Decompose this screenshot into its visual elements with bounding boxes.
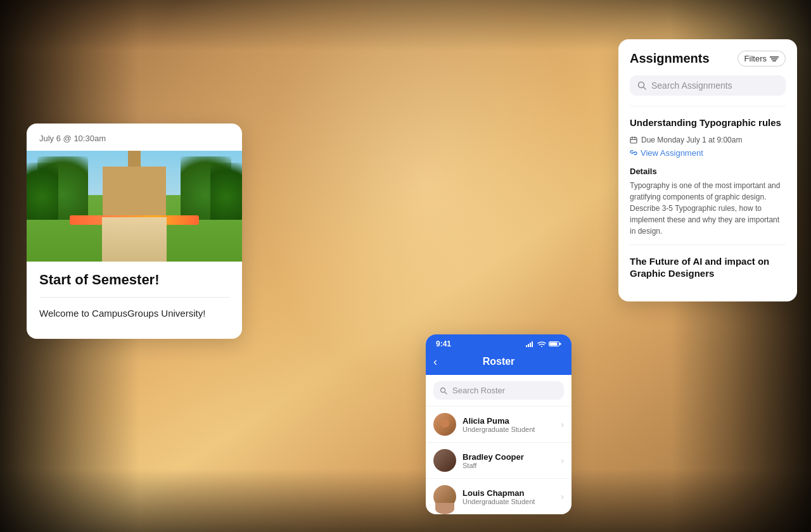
assignment-item-2: The Future of AI and impact on Graphic D… xyxy=(630,244,786,289)
roster-search-box[interactable]: Search Roster xyxy=(433,381,564,400)
signal-icon xyxy=(526,341,535,347)
roster-person-name-bradley: Bradley Cooper xyxy=(463,452,524,462)
assignments-panel: Assignments Filters Search Assignments U… xyxy=(618,39,797,301)
svg-rect-13 xyxy=(532,341,533,347)
status-time: 9:41 xyxy=(436,339,451,348)
roster-person-info-alicia: Alicia Puma Undergraduate Student xyxy=(463,416,535,433)
link-icon xyxy=(630,149,637,156)
tower xyxy=(128,151,141,167)
wifi-icon xyxy=(537,341,546,347)
status-icons xyxy=(526,341,561,347)
details-label: Details xyxy=(630,167,786,176)
assignment-due-1: Due Monday July 1 at 9:00am xyxy=(630,136,786,144)
roster-panel: 9:41 ‹ Roster xyxy=(426,334,572,514)
avatar-alicia xyxy=(433,413,456,436)
event-date: July 6 @ 10:30am xyxy=(27,124,242,151)
battery-icon xyxy=(549,341,561,347)
svg-rect-5 xyxy=(630,137,637,143)
roster-item-alicia[interactable]: Alicia Puma Undergraduate Student › xyxy=(426,406,572,442)
avatar-bradley xyxy=(433,449,456,472)
svg-line-19 xyxy=(445,392,447,394)
svg-point-18 xyxy=(441,388,445,392)
view-assignment-link[interactable]: View Assignment xyxy=(630,148,786,158)
building xyxy=(103,167,166,217)
filters-label: Filters xyxy=(744,54,767,63)
event-title: Start of Semester! xyxy=(39,272,229,288)
filters-button[interactable]: Filters xyxy=(738,51,786,66)
roster-person-role-louis: Undergraduate Student xyxy=(463,498,535,505)
event-card: July 6 @ 10:30am Start of Semester! Welc… xyxy=(27,124,242,339)
details-text: Typography is one of the most important … xyxy=(630,180,786,237)
event-divider xyxy=(39,297,229,298)
assignments-search-box[interactable]: Search Assignments xyxy=(630,75,786,96)
roster-search-icon xyxy=(440,387,447,395)
event-description: Welcome to CampusGroups University! xyxy=(39,307,229,321)
roster-person-role-bradley: Staff xyxy=(463,462,524,469)
assignments-search-placeholder: Search Assignments xyxy=(651,80,732,91)
svg-point-14 xyxy=(541,346,542,347)
roster-search-placeholder: Search Roster xyxy=(452,386,505,395)
assignments-title: Assignments xyxy=(630,51,710,66)
roster-person-name-louis: Louis Chapman xyxy=(463,488,535,498)
svg-rect-11 xyxy=(528,344,529,347)
roster-item-left-alicia: Alicia Puma Undergraduate Student xyxy=(433,413,535,436)
back-button[interactable]: ‹ xyxy=(433,355,437,369)
roster-person-role-alicia: Undergraduate Student xyxy=(463,426,535,433)
status-bar: 9:41 xyxy=(426,334,572,351)
path xyxy=(102,217,167,262)
assignment-due-text-1: Due Monday July 1 at 9:00am xyxy=(641,136,742,144)
filter-icon xyxy=(770,56,779,62)
svg-rect-10 xyxy=(526,345,527,347)
assignment-name-1: Understanding Typographic rules xyxy=(630,117,786,129)
event-card-body: Start of Semester! Welcome to CampusGrou… xyxy=(27,262,242,321)
chevron-right-alicia: › xyxy=(561,419,564,429)
roster-item-bradley[interactable]: Bradley Cooper Staff › xyxy=(426,442,572,478)
view-assignment-text: View Assignment xyxy=(641,148,703,158)
chevron-right-bradley: › xyxy=(561,455,564,466)
roster-person-info-bradley: Bradley Cooper Staff xyxy=(463,452,524,469)
roster-person-info-louis: Louis Chapman Undergraduate Student xyxy=(463,488,535,505)
roster-nav: ‹ Roster xyxy=(426,351,572,375)
assignment-name-2: The Future of AI and impact on Graphic D… xyxy=(630,255,786,280)
roster-title: Roster xyxy=(483,356,515,367)
calendar-icon xyxy=(630,136,637,144)
svg-rect-17 xyxy=(550,343,558,346)
svg-line-4 xyxy=(644,87,646,90)
svg-rect-16 xyxy=(559,343,561,345)
chevron-right-louis: › xyxy=(561,491,564,502)
roster-person-name-alicia: Alicia Puma xyxy=(463,416,535,426)
search-icon xyxy=(637,81,646,90)
assignment-item-1: Understanding Typographic rules Due Mond… xyxy=(630,106,786,244)
svg-rect-12 xyxy=(530,343,531,347)
assignments-header: Assignments Filters xyxy=(630,51,786,66)
roster-item-left-bradley: Bradley Cooper Staff xyxy=(433,449,524,472)
campus-image xyxy=(27,151,242,262)
